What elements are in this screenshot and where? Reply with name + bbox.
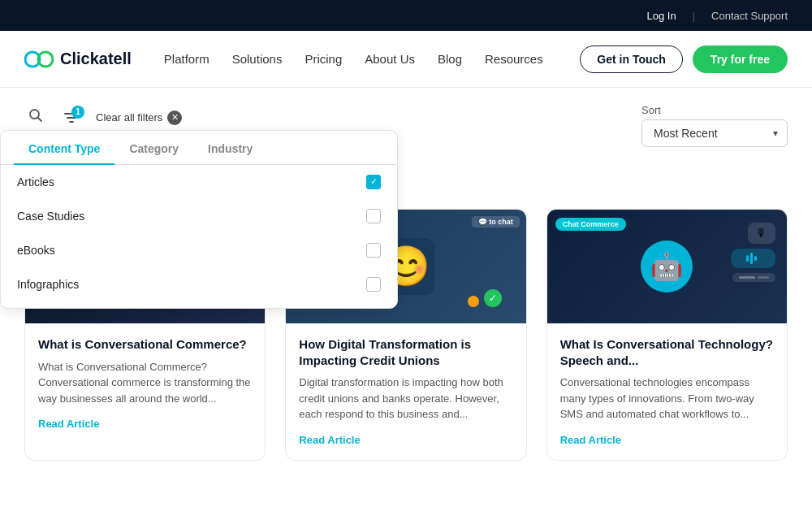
tab-category[interactable]: Category bbox=[114, 131, 193, 165]
card-3: Chat Commerce 🤖 🎙 bbox=[546, 209, 788, 461]
logo-text: Clickatell bbox=[60, 50, 132, 68]
clear-filters-icon: ✕ bbox=[167, 110, 182, 125]
checkbox-infographics bbox=[366, 277, 381, 292]
filter-dropdown-panel: Content Type Category Industry Articles … bbox=[0, 130, 398, 309]
card-3-read-link[interactable]: Read Article bbox=[560, 434, 621, 446]
card-3-desc: Conversational technologies encompass ma… bbox=[560, 375, 774, 422]
card-3-body: What Is Conversational Technology? Speec… bbox=[547, 323, 787, 460]
nav-resources[interactable]: Resources bbox=[485, 52, 543, 66]
filter-item-ebooks-label: eBooks bbox=[17, 244, 55, 257]
card-2-body: How Digital Transformation is Impacting … bbox=[286, 323, 525, 460]
try-for-free-button[interactable]: Try for free bbox=[693, 46, 788, 73]
nav-about-us[interactable]: About Us bbox=[365, 52, 415, 66]
card-1-title: What is Conversational Commerce? bbox=[38, 336, 252, 353]
clear-filters-button[interactable]: Clear all filters ✕ bbox=[96, 110, 182, 125]
tab-industry[interactable]: Industry bbox=[193, 131, 267, 165]
card-1-read-link[interactable]: Read Article bbox=[38, 418, 99, 430]
nav-actions: Get in Touch Try for free bbox=[580, 46, 788, 73]
login-link[interactable]: Log In bbox=[647, 10, 676, 22]
card-1-desc: What is Conversational Commerce? Convers… bbox=[38, 359, 252, 407]
nav-platform[interactable]: Platform bbox=[164, 52, 209, 66]
mic-icon: 🎙 bbox=[756, 227, 767, 240]
card-2-title: How Digital Transformation is Impacting … bbox=[299, 336, 512, 368]
filter-item-case-studies[interactable]: Case Studies bbox=[1, 199, 397, 233]
top-bar-divider: | bbox=[693, 10, 695, 22]
clear-filters-label: Clear all filters bbox=[96, 111, 162, 124]
robot-icon: 🤖 bbox=[641, 240, 693, 292]
tab-content-type[interactable]: Content Type bbox=[14, 131, 114, 165]
card-3-title: What Is Conversational Technology? Speec… bbox=[560, 336, 774, 368]
contact-support-link[interactable]: Contact Support bbox=[711, 10, 788, 22]
filter-button[interactable]: 1 bbox=[63, 110, 80, 125]
filter-tabs: Content Type Category Industry bbox=[1, 131, 397, 165]
logo[interactable]: Clickatell bbox=[24, 50, 132, 68]
nav-blog[interactable]: Blog bbox=[438, 52, 462, 66]
filter-item-articles-label: Articles bbox=[17, 176, 54, 188]
logo-icon bbox=[24, 50, 54, 68]
nav-solutions[interactable]: Solutions bbox=[232, 52, 283, 66]
filter-item-articles[interactable]: Articles ✓ bbox=[1, 165, 397, 199]
filter-item-case-studies-label: Case Studies bbox=[17, 210, 84, 223]
card-3-image: Chat Commerce 🤖 🎙 bbox=[547, 210, 787, 323]
green-dot: ✓ bbox=[484, 289, 502, 307]
nav-pricing[interactable]: Pricing bbox=[304, 52, 342, 66]
card-3-badge: Chat Commerce bbox=[555, 218, 626, 231]
filter-item-ebooks[interactable]: eBooks bbox=[1, 233, 397, 267]
search-button[interactable] bbox=[24, 104, 47, 131]
card-2-read-link[interactable]: Read Article bbox=[299, 434, 360, 446]
get-in-touch-button[interactable]: Get in Touch bbox=[580, 46, 683, 73]
filter-item-infographics-label: Infographics bbox=[17, 278, 79, 291]
orange-dot bbox=[468, 296, 479, 307]
filter-btn-wrapper: 1 bbox=[63, 110, 80, 125]
checkbox-case-studies bbox=[366, 209, 381, 223]
checkbox-articles: ✓ bbox=[366, 175, 381, 189]
svg-line-3 bbox=[38, 118, 42, 122]
filter-item-infographics[interactable]: Infographics bbox=[1, 267, 397, 301]
nav-links: Platform Solutions Pricing About Us Blog… bbox=[164, 52, 581, 66]
filter-bar: 1 Clear all filters ✕ bbox=[24, 104, 788, 131]
card-2-desc: Digital transformation is impacting how … bbox=[299, 375, 512, 422]
bubble-group: 🎙 bbox=[731, 223, 775, 282]
main-nav: Clickatell Platform Solutions Pricing Ab… bbox=[0, 31, 812, 88]
top-bar: Log In | Contact Support bbox=[0, 0, 812, 31]
card-1-body: What is Conversational Commerce? What is… bbox=[25, 323, 265, 444]
search-icon bbox=[28, 107, 44, 124]
filter-badge: 1 bbox=[71, 106, 84, 119]
content-area: Sort Most Recent Oldest First Most Popul… bbox=[0, 88, 812, 461]
card-2-badge: 💬 to chat bbox=[472, 216, 520, 228]
checkbox-ebooks bbox=[366, 243, 381, 258]
